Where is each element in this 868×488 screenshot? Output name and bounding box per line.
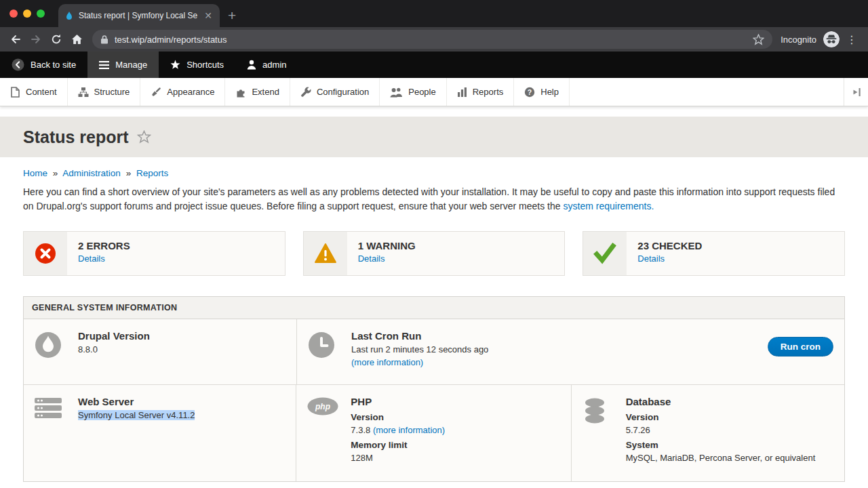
section-heading: GENERAL SYSTEM INFORMATION [24,297,844,319]
system-info-row-2: Web Server Symfony Local Server v4.11.2 … [24,385,844,481]
toolbar-label: Content [26,87,57,97]
favorite-star-icon[interactable] [137,130,151,144]
server-icon [35,396,78,470]
page-title: Status report [23,127,129,147]
toolbar-label: Configuration [317,87,369,97]
checkmark-icon [583,232,627,275]
drupal-admin-toolbar: Back to site Manage Shortcuts admin [0,52,868,78]
general-system-information-section: GENERAL SYSTEM INFORMATION Drupal Versio… [23,296,845,482]
toolbar-label: Appearance [167,87,214,97]
toolbar-item-appearance[interactable]: Appearance [140,78,225,106]
checked-details-link[interactable]: Details [637,253,702,264]
shortcuts-button[interactable]: Shortcuts [159,52,235,78]
toolbar-item-reports[interactable]: Reports [447,78,515,106]
cron-more-information-link[interactable]: (more information) [351,357,423,367]
drupal-version-cell: Drupal Version 8.8.0 [24,319,297,384]
back-to-site-button[interactable]: Back to site [0,52,87,78]
breadcrumb: Home » Administration » Reports [23,168,845,178]
hamburger-icon [99,61,109,69]
last-cron-run-title: Last Cron Run [351,330,768,342]
toolbar-item-extend[interactable]: Extend [225,78,290,106]
address-bar[interactable]: test.wip/admin/reports/status [92,30,772,49]
database-title: Database [626,396,833,407]
toolbar-item-configuration[interactable]: Configuration [290,78,380,106]
toolbar-item-structure[interactable]: Structure [68,78,141,106]
toolbar-label: People [408,87,435,97]
browser-menu-kebab-icon[interactable]: ⋮ [840,33,863,46]
svg-text:?: ? [528,87,532,96]
toolbar-collapse-button[interactable] [844,78,868,106]
zoom-window-button[interactable] [37,9,45,18]
lock-icon [100,35,108,44]
reload-button[interactable] [46,30,66,49]
web-server-cell: Web Server Symfony Local Server v4.11.2 [24,385,296,481]
tab-title: Status report | Symfony Local Se [79,11,198,20]
status-card-errors: 2 ERRORS Details [23,231,285,276]
browser-tab[interactable]: Status report | Symfony Local Se ✕ [58,4,220,27]
incognito-avatar-icon[interactable] [823,31,840,47]
tab-strip: Status report | Symfony Local Se ✕ + [0,0,868,27]
toolbar-label: Reports [473,87,504,97]
close-window-button[interactable] [9,9,18,18]
incognito-label: Incognito [781,35,816,45]
toolbar-label: Help [540,87,559,97]
manage-label: Manage [115,60,147,70]
php-memory-label: Memory limit [351,440,559,450]
people-icon [390,87,403,98]
toolbar-item-people[interactable]: People [380,78,446,106]
content-icon [10,87,20,98]
database-icon [583,396,626,470]
traffic-lights [0,0,54,27]
shortcuts-label: Shortcuts [186,60,224,70]
intro-paragraph: Here you can find a short overview of yo… [23,185,845,214]
page-content: Home » Administration » Reports Here you… [0,168,868,482]
php-icon: php [307,396,351,470]
star-icon [170,60,180,70]
error-icon [24,232,67,275]
breadcrumb-home-link[interactable]: Home [23,168,47,178]
web-server-value: Symfony Local Server v4.11.2 [78,410,195,420]
new-tab-button[interactable]: + [220,4,244,27]
clock-icon [308,330,351,373]
page-header: Status report [0,117,868,157]
bar-chart-icon [457,87,467,97]
manage-menu-button[interactable]: Manage [87,52,159,78]
back-button[interactable] [5,30,26,49]
run-cron-button[interactable]: Run cron [768,337,833,357]
drupal-version-value: 8.8.0 [78,344,285,354]
database-system-label: System [626,440,833,450]
toolbar-item-help[interactable]: ? Help [514,78,570,106]
home-button[interactable] [66,30,87,49]
warnings-details-link[interactable]: Details [358,253,416,264]
user-menu-button[interactable]: admin [235,52,298,78]
browser-window: Status report | Symfony Local Se ✕ + tes… [0,0,868,488]
drupal-favicon-icon [64,11,74,20]
errors-count: 2 ERRORS [78,240,130,251]
breadcrumb-reports-link[interactable]: Reports [136,168,168,178]
errors-details-link[interactable]: Details [78,253,130,264]
drupal-menu-bar: Content Structure Appearance Extend Conf… [0,78,868,106]
tab-close-icon[interactable]: ✕ [203,11,214,20]
breadcrumb-separator: » [53,168,58,178]
php-version-value: 7.3.8 [351,425,370,435]
status-summary: 2 ERRORS Details 1 WARNING Details [23,231,845,276]
toolbar-label: Structure [94,87,130,97]
bookmark-star-icon[interactable] [753,34,764,45]
breadcrumb-administration-link[interactable]: Administration [62,168,121,178]
php-more-information-link[interactable]: (more information) [373,425,445,435]
database-version-value: 5.7.26 [626,425,833,435]
page: Status report Home » Administration » Re… [0,106,868,488]
user-label: admin [262,60,286,70]
warnings-count: 1 WARNING [358,240,416,251]
help-icon: ? [524,87,535,98]
minimize-window-button[interactable] [23,9,31,18]
drupal-icon [35,330,78,373]
status-card-warnings: 1 WARNING Details [303,231,566,276]
toolbar-item-content[interactable]: Content [0,78,68,106]
forward-button[interactable] [26,30,46,49]
system-requirements-link[interactable]: system requirements. [564,201,654,211]
drupal-version-title: Drupal Version [78,330,285,342]
last-cron-run-cell: Last Cron Run Last run 2 minutes 12 seco… [297,319,844,384]
intro-text: Here you can find a short overview of yo… [23,186,835,211]
warning-icon [304,232,347,275]
